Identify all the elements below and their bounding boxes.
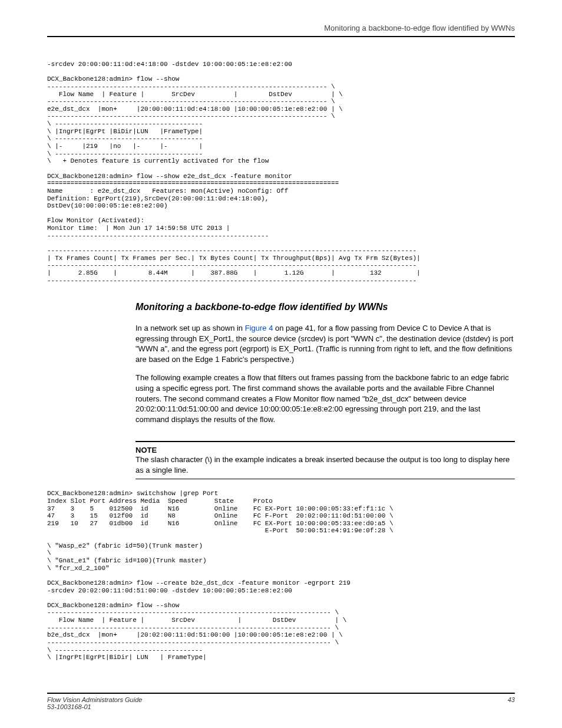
page-footer: Flow Vision Administrators Guide 53-1003… xyxy=(47,693,515,710)
paragraph-2: The following example creates a flow tha… xyxy=(135,373,515,424)
para1-text-a: In a network set up as shown in xyxy=(135,324,245,332)
paragraph-1: In a network set up as shown in Figure 4… xyxy=(135,323,515,364)
code-block-2: DCX_Backbone128:admin> switchshow |grep … xyxy=(47,490,515,661)
code-block-1: -srcdev 20:00:00:11:0d:e4:18:00 -dstdev … xyxy=(47,61,515,284)
footer-doc-title: Flow Vision Administrators Guide xyxy=(47,696,142,703)
header-rule xyxy=(47,36,515,37)
section-heading: Monitoring a backbone-to-edge flow ident… xyxy=(135,302,515,312)
footer-left: Flow Vision Administrators Guide 53-1003… xyxy=(47,696,142,710)
page-number: 43 xyxy=(508,696,515,710)
note-block: NOTE The slash character (\) in the exam… xyxy=(135,441,515,479)
footer-doc-id: 53-1003168-01 xyxy=(47,703,142,710)
running-header: Monitoring a backbone-to-edge flow ident… xyxy=(47,24,515,32)
note-body: The slash character (\) in the example i… xyxy=(135,454,515,475)
note-label: NOTE xyxy=(135,446,515,454)
figure-link[interactable]: Figure 4 xyxy=(245,324,273,332)
